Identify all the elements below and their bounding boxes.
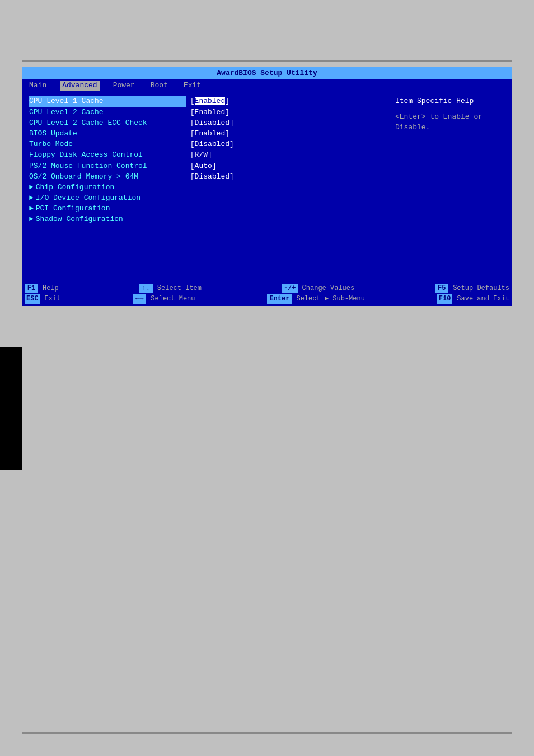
title-text: AwardBIOS Setup Utility	[217, 69, 317, 77]
menu-item-boot[interactable]: Boot	[148, 81, 170, 91]
config-row-cpu-ecc[interactable]: CPU Level 2 Cache ECC Check [Disabled]	[29, 118, 381, 128]
key-plusminus: -/+	[282, 284, 298, 293]
submenu-pci-config[interactable]: ► PCI Configuration	[29, 204, 381, 214]
desc-exit: Exit	[45, 294, 61, 304]
sep4	[65, 294, 128, 304]
key-enter: Enter	[267, 294, 292, 304]
menu-item-power[interactable]: Power	[111, 81, 137, 91]
desc-select-menu: Select Menu	[151, 294, 195, 304]
desc-select-item: Select Item	[157, 284, 202, 293]
key-f5: F5	[435, 284, 448, 293]
title-bar: AwardBIOS Setup Utility	[22, 67, 512, 79]
config-label-bios-update: BIOS Update	[29, 129, 186, 139]
config-value-ps2: [Auto]	[186, 161, 217, 171]
black-sidebar	[0, 347, 22, 470]
menu-item-main[interactable]: Main	[27, 81, 49, 91]
config-row-floppy[interactable]: Floppy Disk Access Control [R/W]	[29, 150, 381, 160]
menu-item-exit[interactable]: Exit	[181, 81, 203, 91]
config-row-os2[interactable]: OS/2 Onboard Memory > 64M [Disabled]	[29, 172, 381, 182]
config-value-turbo: [Disabled]	[186, 139, 234, 149]
left-panel: CPU Level 1 Cache [Enabled] CPU Level 2 …	[22, 92, 388, 248]
content-area: CPU Level 1 Cache [Enabled] CPU Level 2 …	[22, 92, 512, 248]
sep2	[206, 283, 278, 293]
bios-screen: AwardBIOS Setup Utility Main Advanced Po…	[22, 67, 512, 306]
key-esc: ESC	[25, 294, 40, 304]
bottom-line	[22, 732, 512, 734]
config-label-floppy: Floppy Disk Access Control	[29, 150, 186, 160]
desc-change-values: Change Values	[302, 284, 355, 293]
desc-sub-menu: Select ► Sub-Menu	[296, 294, 364, 304]
config-label-ps2: PS/2 Mouse Function Control	[29, 161, 186, 171]
config-label-cpu-l1: CPU Level 1 Cache	[29, 96, 186, 106]
config-value-cpu-l2: [Enabled]	[186, 107, 229, 118]
arrow-chip: ►	[29, 182, 34, 192]
desc-setup-defaults: Setup Defaults	[453, 284, 509, 293]
submenu-label-shadow: Shadow Configuration	[36, 214, 123, 224]
submenu-label-io: I/O Device Configuration	[36, 193, 140, 203]
config-row-bios-update[interactable]: BIOS Update [Enabled]	[29, 129, 381, 139]
right-help-panel: Item Specific Help <Enter> to Enable orD…	[388, 92, 512, 248]
config-label-cpu-l2: CPU Level 2 Cache	[29, 107, 186, 118]
top-line	[22, 60, 512, 62]
config-label-cpu-ecc: CPU Level 2 Cache ECC Check	[29, 118, 186, 128]
desc-help: Help	[43, 284, 59, 293]
key-f10: F10	[437, 294, 453, 304]
arrow-pci: ►	[29, 204, 34, 214]
submenu-chip-config[interactable]: ► Chip Configuration	[29, 182, 381, 192]
footer-row-1: F1 Help ↑↓ Select Item -/+ Change Values…	[25, 283, 509, 293]
desc-save-exit: Save and Exit	[457, 294, 509, 304]
key-leftright: ←→	[133, 294, 146, 304]
arrow-shadow: ►	[29, 214, 34, 224]
arrow-io: ►	[29, 193, 34, 203]
config-label-turbo: Turbo Mode	[29, 139, 186, 149]
page-container: AwardBIOS Setup Utility Main Advanced Po…	[0, 0, 534, 756]
help-text: <Enter> to Enable orDisable.	[395, 111, 505, 133]
spacer	[22, 248, 512, 282]
config-value-bios-update: [Enabled]	[186, 129, 229, 139]
config-value-os2: [Disabled]	[186, 172, 234, 182]
sep6	[369, 294, 433, 304]
config-value-cpu-l1: [Enabled]	[186, 96, 229, 106]
config-label-os2: OS/2 Onboard Memory > 64M	[29, 172, 186, 182]
config-value-floppy: [R/W]	[186, 150, 212, 160]
key-updown: ↑↓	[139, 284, 153, 293]
config-row-ps2[interactable]: PS/2 Mouse Function Control [Auto]	[29, 161, 381, 171]
submenu-label-chip: Chip Configuration	[36, 182, 114, 192]
menu-item-advanced[interactable]: Advanced	[60, 81, 99, 91]
sep5	[200, 294, 263, 304]
config-value-cpu-ecc: [Disabled]	[186, 118, 234, 128]
config-row-cpu-l1[interactable]: CPU Level 1 Cache [Enabled]	[29, 96, 381, 106]
help-title: Item Specific Help	[395, 96, 505, 106]
config-row-cpu-l2[interactable]: CPU Level 2 Cache [Enabled]	[29, 107, 381, 118]
footer-row-2: ESC Exit ←→ Select Menu Enter Select ► S…	[25, 294, 509, 304]
config-row-turbo[interactable]: Turbo Mode [Disabled]	[29, 139, 381, 149]
submenu-shadow-config[interactable]: ► Shadow Configuration	[29, 214, 381, 224]
submenu-io-config[interactable]: ► I/O Device Configuration	[29, 193, 381, 203]
sep1	[63, 283, 135, 293]
key-f1: F1	[25, 284, 38, 293]
sep3	[359, 283, 430, 293]
menu-bar: Main Advanced Power Boot Exit	[22, 79, 512, 92]
submenu-label-pci: PCI Configuration	[36, 204, 110, 214]
footer: F1 Help ↑↓ Select Item -/+ Change Values…	[22, 282, 512, 305]
